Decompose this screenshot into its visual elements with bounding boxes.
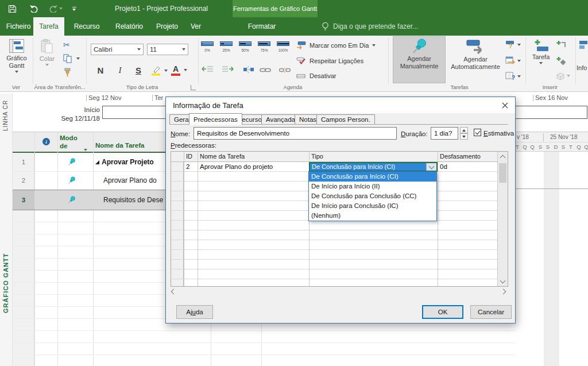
task-name-cell[interactable]: Aprovar Projeto bbox=[95, 153, 154, 171]
inactivate-button[interactable]: Desativar bbox=[296, 72, 336, 79]
row-number[interactable]: 1 bbox=[13, 153, 34, 171]
duration-spin-up[interactable] bbox=[460, 127, 468, 133]
timescale-tick bbox=[86, 95, 87, 101]
scroll-left-button[interactable] bbox=[172, 290, 176, 294]
respect-links-label: Respeitar Ligações bbox=[310, 57, 363, 64]
mode-filter-icon[interactable] bbox=[84, 145, 87, 153]
grid-vertical-scrollbar[interactable] bbox=[497, 152, 508, 286]
combo-dropdown-button[interactable] bbox=[426, 163, 436, 171]
row-number[interactable]: 2 bbox=[13, 171, 34, 190]
column-header-mode[interactable]: Modo de bbox=[60, 134, 83, 150]
ok-button[interactable]: OK bbox=[422, 305, 463, 319]
dropdown-option[interactable]: De Conclusão para Conclusão (CC) bbox=[309, 191, 436, 201]
tab-tarefa[interactable]: Tarefa bbox=[33, 17, 64, 36]
indent-task-button[interactable] bbox=[222, 66, 234, 75]
move-task-button[interactable] bbox=[505, 56, 521, 65]
paste-icon bbox=[41, 39, 53, 54]
save-icon bbox=[8, 5, 17, 13]
italic-button[interactable]: I bbox=[113, 66, 127, 75]
respect-links-button[interactable]: Respeitar Ligações bbox=[296, 57, 363, 64]
insert-summary-button[interactable] bbox=[556, 40, 566, 51]
unlink-tasks-button[interactable] bbox=[279, 67, 291, 75]
font-color-button[interactable]: A bbox=[170, 64, 181, 74]
task-information-button[interactable] bbox=[579, 40, 588, 51]
timeline-start-label: Início bbox=[34, 106, 100, 114]
tab-projeto[interactable]: Projeto bbox=[150, 17, 184, 36]
tab-relatorio[interactable]: Relatório bbox=[109, 17, 149, 36]
font-size-select[interactable]: 11 bbox=[147, 44, 188, 55]
timeline-pane-bar[interactable]: LINHA CR bbox=[0, 94, 13, 132]
progress-75-button[interactable] bbox=[258, 41, 270, 46]
tab-ver[interactable]: Ver bbox=[186, 17, 206, 36]
duration-input[interactable]: 1 dia? bbox=[431, 127, 458, 140]
task-name-input[interactable]: Requisitos de Desenvolvimento bbox=[194, 127, 397, 140]
gantt-chart-view-button[interactable]: Gráfico Gantt bbox=[2, 37, 31, 73]
dialog-tab-campos-person[interactable]: Campos Person. bbox=[316, 114, 375, 124]
tab-formatar[interactable]: Formatar bbox=[235, 17, 288, 36]
scroll-right-button[interactable] bbox=[501, 290, 505, 294]
row-number[interactable]: 3 bbox=[13, 190, 34, 210]
link-tasks-button[interactable] bbox=[260, 67, 271, 75]
info-column-icon[interactable]: i bbox=[42, 138, 50, 145]
predecessor-name-cell[interactable]: Aprovar Plano do projeto bbox=[200, 163, 273, 170]
help-button[interactable]: Ajuda bbox=[176, 305, 213, 319]
cancel-button[interactable]: Cancelar bbox=[470, 305, 512, 319]
collapse-icon[interactable] bbox=[95, 160, 99, 164]
dropdown-option[interactable]: De Início para Início (II) bbox=[309, 182, 436, 191]
undo-button[interactable] bbox=[26, 2, 41, 15]
copy-button[interactable] bbox=[63, 54, 80, 65]
dialog-tab-predecessoras[interactable]: Predecessoras bbox=[189, 113, 242, 125]
dropdown-option[interactable]: De Conclusão para Início (CI) bbox=[309, 172, 436, 182]
highlight-color-button[interactable] bbox=[150, 66, 168, 78]
dialog-close-button[interactable] bbox=[497, 98, 513, 112]
cut-button[interactable]: ✂ bbox=[63, 40, 70, 49]
column-header-name[interactable]: Nome da Tarefa bbox=[95, 142, 144, 149]
predecessor-lag-cell[interactable]: 0d bbox=[440, 163, 447, 170]
redo-button[interactable] bbox=[48, 2, 63, 15]
chevron-down-icon bbox=[182, 48, 185, 51]
bold-button[interactable]: N bbox=[93, 66, 108, 75]
tab-recurso[interactable]: Recurso bbox=[70, 17, 103, 36]
progress-25-button[interactable] bbox=[220, 41, 233, 46]
inspect-task-button[interactable]: ? bbox=[505, 40, 521, 49]
save-button[interactable] bbox=[5, 2, 20, 15]
format-painter-button[interactable] bbox=[63, 68, 72, 79]
task-mode-button[interactable]: ? bbox=[505, 72, 521, 80]
chevron-down-icon bbox=[184, 69, 187, 71]
insert-subproject-button[interactable] bbox=[556, 72, 570, 80]
title-bar: Projeto1 - Project Professional Ferramen… bbox=[0, 0, 588, 17]
duration-label: Duração: bbox=[401, 130, 428, 137]
progress-50-label: 50% bbox=[238, 48, 252, 52]
estimated-checkbox[interactable] bbox=[474, 129, 481, 136]
predecessor-type-combo[interactable]: De Conclusão para Início (CI) bbox=[309, 162, 438, 172]
insert-milestone-button[interactable] bbox=[556, 56, 566, 67]
grid-horizontal-scrollbar[interactable] bbox=[171, 288, 508, 296]
customize-qat-button[interactable] bbox=[67, 2, 82, 15]
progress-100-button[interactable] bbox=[277, 41, 289, 46]
font-dialog-launcher-icon[interactable] bbox=[191, 85, 196, 90]
inactivate-label: Desativar bbox=[310, 72, 336, 79]
outdent-task-button[interactable] bbox=[201, 66, 214, 75]
progress-0-button[interactable] bbox=[201, 41, 214, 46]
task-name-cell[interactable]: Requisitos de Dese bbox=[103, 190, 163, 210]
predecessor-id-cell[interactable]: 2 bbox=[186, 163, 189, 170]
scroll-up-button[interactable] bbox=[498, 152, 508, 161]
split-task-button[interactable] bbox=[243, 66, 254, 75]
dropdown-option[interactable]: (Nenhum) bbox=[309, 211, 436, 221]
font-family-select[interactable]: Calibri bbox=[91, 44, 144, 55]
tell-me-search[interactable]: Diga o que pretende fazer... bbox=[322, 17, 418, 36]
scrollbar-thumb[interactable] bbox=[499, 163, 506, 183]
duration-spin-down[interactable] bbox=[460, 133, 468, 140]
progress-50-button[interactable] bbox=[239, 41, 252, 46]
insert-task-button[interactable]: Tarefa bbox=[528, 37, 554, 64]
tab-ficheiro[interactable]: Ficheiro bbox=[5, 17, 32, 36]
dropdown-option[interactable]: De Início para Conclusão (IC) bbox=[309, 201, 436, 211]
paste-button[interactable]: Colar bbox=[36, 37, 59, 66]
gantt-view-bar[interactable]: GRÁFICO GANTT bbox=[0, 132, 13, 366]
mark-on-track-button[interactable]: Marcar como Em Dia bbox=[296, 41, 376, 49]
auto-schedule-button[interactable]: Agendar Automaticamente bbox=[448, 36, 503, 83]
underline-button[interactable]: S bbox=[131, 66, 146, 75]
manually-schedule-button[interactable]: Agendar Manualmente bbox=[393, 36, 446, 83]
scroll-down-button[interactable] bbox=[498, 276, 508, 286]
task-name-cell[interactable]: Aprovar Plano do bbox=[103, 171, 157, 190]
